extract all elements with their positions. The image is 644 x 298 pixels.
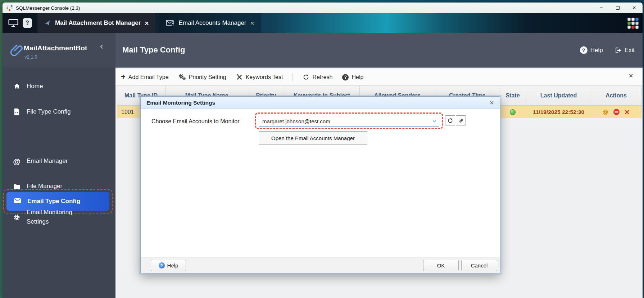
sidebar-item-label: Email Manager (27, 157, 68, 165)
sidebar-item-label: File Type Config (27, 108, 71, 115)
row-delete-icon[interactable] (624, 109, 630, 115)
sidebar-header: MailAttachmentBot v2.1.0 ‹ (3, 33, 115, 68)
tab-close-icon[interactable]: × (145, 20, 149, 27)
sidebar-item-file-manager[interactable]: File Manager (3, 178, 115, 194)
window-close-button[interactable]: × (626, 3, 643, 13)
tab-label: Mail Attachment Bot Manager (55, 19, 141, 27)
choose-accounts-label: Choose Email Accounts to Monitor (151, 118, 240, 125)
console-tabbar: ? Mail Attachment Bot Manager × Email Ac… (3, 13, 643, 33)
maximize-button[interactable] (609, 3, 626, 13)
email-account-combobox[interactable]: margaret.johnson@test.com (259, 116, 439, 127)
app-window: SQLMessenger Console (2.3) − × ? Mail At… (3, 3, 643, 298)
refresh-icon (303, 74, 309, 81)
sidebar-nav: Home File Type Config Email Type Config … (3, 68, 115, 298)
app-version: v2.1.0 (24, 54, 37, 60)
refresh-label: Refresh (312, 74, 332, 81)
tab-close-icon[interactable]: × (250, 20, 254, 27)
sidebar-item-home[interactable]: Home (3, 78, 115, 94)
gear-icon (13, 214, 21, 221)
help-icon: ? (342, 74, 349, 81)
state-active-dot (510, 109, 516, 115)
exit-icon (614, 47, 622, 54)
sidebar-item-label: Home (27, 83, 43, 90)
cell-state (499, 106, 526, 118)
page-header-band: MailAttachmentBot v2.1.0 ‹ Mail Type Con… (3, 33, 643, 68)
toolbar-help-button[interactable]: ? Help (342, 74, 363, 81)
console-monitor-button[interactable] (6, 18, 21, 28)
row-settings-gear-icon[interactable] (602, 109, 609, 115)
email-monitoring-settings-dialog: Email Monitoring Settings × Choose Email… (140, 96, 500, 273)
eraser-icon (458, 118, 464, 124)
bot-tab-icon (44, 19, 51, 27)
dialog-titlebar: Email Monitoring Settings × (141, 97, 500, 109)
keywords-test-label: Keywords Test (246, 74, 283, 81)
cancel-button[interactable]: Cancel (461, 260, 497, 271)
tab-email-accounts-manager[interactable]: Email Accounts Manager × (159, 13, 260, 33)
clear-selection-button[interactable] (456, 115, 466, 125)
header-exit-label: Exit (625, 47, 635, 54)
tooltip-text: Open the Email Accounts Manager (271, 135, 355, 141)
tab-mail-attachment-bot-manager[interactable]: Mail Attachment Bot Manager × (37, 13, 155, 33)
gears-icon (178, 74, 186, 81)
window-title: SQLMessenger Console (2.3) (16, 5, 80, 11)
sidebar-item-file-type-config[interactable]: File Type Config (3, 104, 115, 120)
paperclip-icon (10, 43, 23, 58)
minimize-button[interactable]: − (593, 3, 609, 13)
priority-setting-button[interactable]: Priority Setting (178, 74, 226, 81)
refresh-button[interactable]: Refresh (303, 74, 332, 81)
desktop-wallpaper: SQLMessenger Console (2.3) − × ? Mail At… (0, 0, 644, 298)
combo-selected-value: margaret.johnson@test.com (262, 118, 330, 124)
priority-setting-label: Priority Setting (189, 74, 226, 81)
col-last-updated[interactable]: Last Updated (526, 86, 591, 105)
dialog-help-label: Help (167, 262, 178, 269)
at-sign-icon: @ (13, 157, 21, 165)
sidebar-collapse-chevron[interactable]: ‹ (100, 41, 103, 51)
add-email-type-button[interactable]: + Add Email Type (121, 74, 169, 81)
add-email-type-label: Add Email Type (128, 74, 169, 81)
monitor-icon (8, 18, 19, 28)
header-help-button[interactable]: ? Help (580, 46, 603, 54)
dialog-close-button[interactable]: × (489, 99, 494, 107)
app-name: MailAttachmentBot (24, 44, 87, 52)
tools-icon (236, 74, 243, 81)
dialog-title: Email Monitoring Settings (146, 100, 215, 106)
refresh-accounts-button[interactable] (445, 115, 455, 125)
sidebar-item-label: File Manager (27, 183, 62, 190)
combo-highlight-outline: margaret.johnson@test.com (255, 113, 443, 129)
dialog-help-button[interactable]: ? Help (151, 260, 186, 271)
sidebar-item-label: Email Monitoring Settings (27, 208, 88, 227)
sidebar-item-email-manager[interactable]: @ Email Manager (3, 153, 115, 169)
page-title: Mail Type Config (122, 45, 185, 55)
keywords-test-button[interactable]: Keywords Test (236, 74, 283, 81)
dialog-footer: ? Help OK Cancel (141, 257, 500, 273)
col-actions[interactable]: Actions (591, 86, 641, 105)
ok-button[interactable]: OK (423, 260, 459, 271)
envelope-icon (14, 198, 21, 205)
email-accounts-tab-icon (166, 19, 174, 27)
console-help-button[interactable]: ? (23, 18, 32, 28)
chevron-down-icon[interactable] (432, 119, 437, 124)
refresh-icon (447, 118, 453, 124)
plus-icon: + (121, 73, 126, 81)
toolbar-help-label: Help (352, 74, 363, 81)
app-logo-icon (6, 5, 13, 11)
panel-close-button[interactable]: × (629, 72, 633, 80)
file-type-icon (13, 108, 21, 115)
sidebar-item-label: Email Type Config (27, 198, 80, 205)
header-help-label: Help (590, 47, 603, 54)
sidebar-item-email-monitoring-settings[interactable]: Email Monitoring Settings (3, 206, 115, 228)
mail-type-toolbar: + Add Email Type Priority Setting Keywor… (115, 69, 643, 86)
sql-cubes-logo (627, 17, 639, 29)
tab-label: Email Accounts Manager (178, 19, 246, 27)
row-disable-icon[interactable] (613, 109, 620, 115)
header-actions: ? Help Exit (580, 33, 635, 68)
help-icon: ? (159, 262, 165, 269)
toolbar-divider (292, 73, 293, 82)
help-icon: ? (580, 46, 588, 54)
window-titlebar: SQLMessenger Console (2.3) − × (3, 3, 643, 13)
header-exit-button[interactable]: Exit (614, 47, 635, 54)
col-state[interactable]: State (499, 86, 526, 105)
cell-actions (591, 106, 641, 118)
folder-icon (13, 183, 21, 189)
combo-tooltip: Open the Email Accounts Manager (259, 131, 367, 145)
